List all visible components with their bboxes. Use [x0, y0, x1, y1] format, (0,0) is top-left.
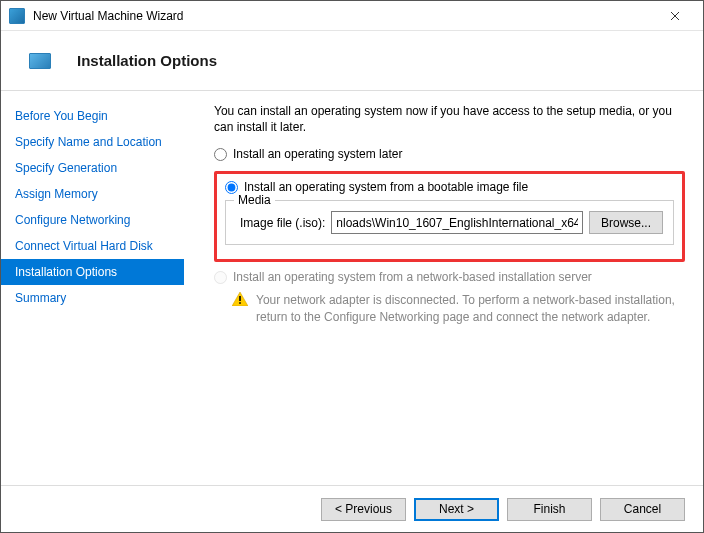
radio-install-later-row: Install an operating system later	[214, 147, 685, 161]
page-title: Installation Options	[77, 52, 217, 69]
media-row: Image file (.iso): Browse...	[240, 211, 663, 234]
radio-install-network	[214, 271, 227, 284]
wizard-steps: Before You Begin Specify Name and Locati…	[1, 91, 184, 486]
radio-install-network-label: Install an operating system from a netwo…	[233, 270, 592, 284]
previous-button[interactable]: < Previous	[321, 498, 406, 521]
highlighted-option: Install an operating system from a boota…	[214, 171, 685, 262]
browse-button[interactable]: Browse...	[589, 211, 663, 234]
window-title: New Virtual Machine Wizard	[33, 9, 184, 23]
media-legend: Media	[234, 193, 275, 207]
wizard-icon	[29, 53, 51, 69]
image-file-label: Image file (.iso):	[240, 216, 325, 230]
warning-icon	[232, 292, 248, 306]
svg-rect-0	[239, 296, 241, 301]
svg-rect-1	[239, 303, 241, 305]
next-button[interactable]: Next >	[414, 498, 499, 521]
radio-install-image-row: Install an operating system from a boota…	[225, 180, 674, 194]
step-configure-networking[interactable]: Configure Networking	[1, 207, 184, 233]
wizard-body: Before You Begin Specify Name and Locati…	[1, 91, 703, 486]
step-summary[interactable]: Summary	[1, 285, 184, 311]
wizard-header: Installation Options	[1, 31, 703, 91]
main-content: You can install an operating system now …	[184, 91, 703, 486]
step-assign-memory[interactable]: Assign Memory	[1, 181, 184, 207]
radio-install-later[interactable]	[214, 148, 227, 161]
radio-install-later-label[interactable]: Install an operating system later	[233, 147, 402, 161]
radio-install-image[interactable]	[225, 181, 238, 194]
step-specify-generation[interactable]: Specify Generation	[1, 155, 184, 181]
warning-row: Your network adapter is disconnected. To…	[214, 292, 685, 324]
cancel-button[interactable]: Cancel	[600, 498, 685, 521]
wizard-footer: < Previous Next > Finish Cancel	[1, 485, 703, 532]
image-file-input[interactable]	[331, 211, 583, 234]
titlebar: New Virtual Machine Wizard	[1, 1, 703, 31]
intro-text: You can install an operating system now …	[214, 103, 685, 135]
radio-install-network-row: Install an operating system from a netwo…	[214, 270, 685, 284]
radio-install-image-label[interactable]: Install an operating system from a boota…	[244, 180, 528, 194]
step-installation-options[interactable]: Installation Options	[1, 259, 184, 285]
media-fieldset: Media Image file (.iso): Browse...	[225, 200, 674, 245]
app-icon	[9, 8, 25, 24]
step-connect-vhd[interactable]: Connect Virtual Hard Disk	[1, 233, 184, 259]
step-specify-name[interactable]: Specify Name and Location	[1, 129, 184, 155]
step-before-you-begin[interactable]: Before You Begin	[1, 103, 184, 129]
close-icon	[670, 11, 680, 21]
finish-button[interactable]: Finish	[507, 498, 592, 521]
warning-text: Your network adapter is disconnected. To…	[256, 292, 685, 324]
close-button[interactable]	[655, 2, 695, 30]
